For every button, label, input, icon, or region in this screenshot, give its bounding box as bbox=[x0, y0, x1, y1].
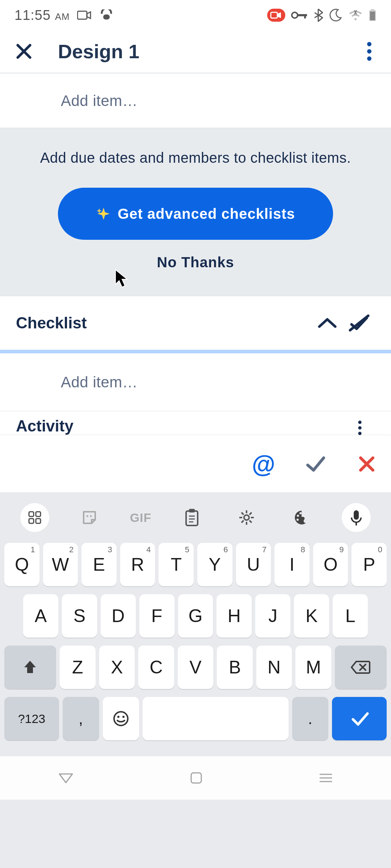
svg-point-43 bbox=[114, 712, 128, 726]
svg-line-35 bbox=[249, 512, 252, 515]
keyboard-apps-button[interactable] bbox=[20, 503, 49, 532]
on-screen-keyboard: GIF Q1W2E3R4T5Y6U7I8O9P0 ASDFGHJKL ZXCVB… bbox=[0, 492, 391, 868]
svg-point-22 bbox=[90, 515, 92, 517]
key-e[interactable]: E3 bbox=[81, 543, 117, 586]
cancel-button[interactable] bbox=[356, 453, 378, 475]
add-item-placeholder: Add item… bbox=[61, 374, 138, 391]
add-checklist-item-input[interactable]: Add item… bbox=[0, 353, 391, 411]
key-w[interactable]: W2 bbox=[43, 543, 78, 586]
overflow-menu-button[interactable] bbox=[361, 41, 378, 62]
collapse-checklist-button[interactable] bbox=[311, 316, 343, 329]
get-advanced-checklists-button[interactable]: Get advanced checklists bbox=[58, 188, 333, 240]
svg-point-28 bbox=[244, 515, 249, 520]
voice-input-button[interactable] bbox=[342, 503, 371, 532]
symbols-key[interactable]: ?123 bbox=[4, 697, 59, 740]
clipboard-button[interactable] bbox=[177, 503, 206, 532]
key-s[interactable]: S bbox=[62, 594, 97, 638]
mention-button[interactable]: @ bbox=[252, 450, 275, 478]
svg-rect-17 bbox=[29, 512, 34, 516]
svg-rect-23 bbox=[186, 511, 198, 526]
screen-record-icon bbox=[267, 9, 285, 22]
theme-button[interactable] bbox=[287, 503, 316, 532]
svg-point-44 bbox=[117, 716, 119, 718]
sticker-button[interactable] bbox=[75, 503, 104, 532]
svg-point-39 bbox=[303, 513, 305, 515]
space-key[interactable] bbox=[143, 697, 288, 740]
hotspot-icon bbox=[99, 9, 114, 21]
svg-point-38 bbox=[299, 512, 302, 514]
dnd-moon-icon bbox=[329, 8, 342, 22]
key-a[interactable]: A bbox=[23, 594, 58, 638]
vpn-key-icon bbox=[291, 11, 308, 20]
svg-rect-9 bbox=[371, 9, 374, 10]
svg-rect-41 bbox=[354, 510, 359, 520]
svg-point-16 bbox=[358, 432, 361, 435]
key-q[interactable]: Q1 bbox=[4, 543, 39, 586]
keyboard-row-3: ZXCVBNM bbox=[4, 646, 387, 689]
keyboard-row-2: ASDFGHJKL bbox=[4, 594, 387, 638]
nav-back-button[interactable] bbox=[58, 772, 74, 784]
key-t[interactable]: T5 bbox=[159, 543, 194, 586]
key-l[interactable]: L bbox=[333, 594, 368, 638]
enter-key[interactable] bbox=[332, 697, 387, 740]
key-y[interactable]: Y6 bbox=[197, 543, 232, 586]
key-k[interactable]: K bbox=[294, 594, 329, 638]
key-h[interactable]: H bbox=[216, 594, 252, 638]
gif-button[interactable]: GIF bbox=[130, 503, 152, 532]
no-thanks-button[interactable]: No Thanks bbox=[58, 254, 333, 271]
svg-rect-10 bbox=[370, 12, 375, 20]
period-key[interactable]: . bbox=[292, 697, 329, 740]
backspace-key[interactable] bbox=[335, 646, 387, 689]
key-r[interactable]: R4 bbox=[120, 543, 155, 586]
svg-rect-20 bbox=[36, 519, 41, 523]
confirm-button[interactable] bbox=[304, 453, 327, 475]
svg-point-13 bbox=[367, 56, 371, 61]
key-b[interactable]: B bbox=[217, 646, 253, 689]
key-g[interactable]: G bbox=[178, 594, 213, 638]
svg-rect-46 bbox=[191, 773, 201, 783]
svg-rect-1 bbox=[103, 14, 110, 20]
key-f[interactable]: F bbox=[139, 594, 175, 638]
key-c[interactable]: C bbox=[138, 646, 174, 689]
status-time: 11:55 AM bbox=[14, 8, 70, 23]
key-x[interactable]: X bbox=[99, 646, 135, 689]
key-u[interactable]: U7 bbox=[236, 543, 271, 586]
comma-key[interactable]: , bbox=[63, 697, 99, 740]
svg-point-7 bbox=[354, 18, 357, 20]
key-d[interactable]: D bbox=[101, 594, 136, 638]
key-j[interactable]: J bbox=[255, 594, 290, 638]
nav-home-button[interactable] bbox=[190, 771, 203, 784]
primary-button-label: Get advanced checklists bbox=[118, 206, 295, 222]
key-v[interactable]: V bbox=[178, 646, 214, 689]
camera-indicator-icon bbox=[77, 10, 92, 20]
svg-point-15 bbox=[358, 426, 361, 429]
key-p[interactable]: P0 bbox=[352, 543, 387, 586]
emoji-key[interactable] bbox=[103, 697, 139, 740]
battery-icon bbox=[369, 9, 377, 22]
svg-rect-24 bbox=[189, 509, 195, 512]
svg-point-11 bbox=[367, 42, 371, 46]
add-item-input[interactable]: Add item… bbox=[0, 74, 391, 128]
key-m[interactable]: M bbox=[295, 646, 331, 689]
svg-point-40 bbox=[297, 519, 299, 521]
svg-rect-19 bbox=[29, 519, 34, 523]
keyboard-row-4: ?123 , . bbox=[4, 697, 387, 740]
svg-point-4 bbox=[292, 12, 298, 18]
shift-key[interactable] bbox=[4, 646, 56, 689]
svg-line-34 bbox=[249, 520, 252, 523]
nav-recent-button[interactable] bbox=[319, 773, 333, 783]
hide-checked-items-button[interactable] bbox=[343, 314, 375, 332]
key-z[interactable]: Z bbox=[60, 646, 96, 689]
key-i[interactable]: I8 bbox=[274, 543, 310, 586]
key-o[interactable]: O9 bbox=[313, 543, 348, 586]
svg-point-12 bbox=[367, 49, 371, 54]
activity-menu-button[interactable] bbox=[358, 421, 375, 435]
settings-button[interactable] bbox=[232, 503, 261, 532]
checklist-label: Checklist bbox=[16, 314, 311, 332]
checklist-header: Checklist bbox=[0, 296, 391, 353]
sparkle-icon bbox=[96, 206, 111, 221]
promo-text: Add due dates and members to checklist i… bbox=[11, 150, 380, 166]
close-button[interactable] bbox=[13, 41, 35, 62]
system-nav-bar bbox=[0, 756, 391, 800]
key-n[interactable]: N bbox=[256, 646, 292, 689]
